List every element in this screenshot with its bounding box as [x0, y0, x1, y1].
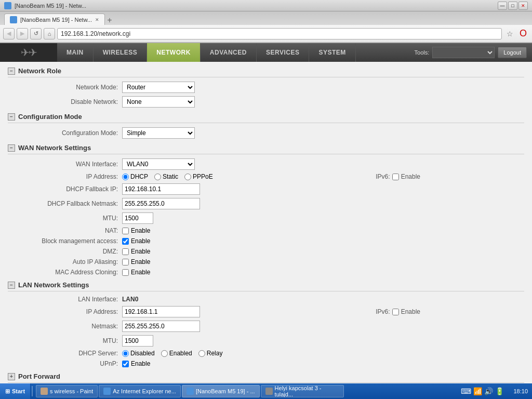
lan-ipv6-label: IPv6: — [376, 308, 390, 315]
tab-close-btn[interactable]: ✕ — [95, 17, 99, 22]
nat-checkbox[interactable] — [122, 228, 129, 234]
browser-tab-active[interactable]: [NanoBeam M5 19] - Netw... ✕ — [4, 14, 105, 25]
taskbar-item-network[interactable]: Helyi kapcsolat 3 - tulajd... — [261, 385, 344, 397]
network-role-collapse-icon[interactable]: − — [8, 68, 15, 75]
nat-enable-label: Enable — [131, 227, 150, 234]
config-mode-control: Simple Advanced — [122, 127, 195, 139]
pppoe-radio[interactable] — [184, 174, 191, 180]
mac-clone-checkbox[interactable] — [122, 269, 129, 276]
dhcp-fallback-ip-row: DHCP Fallback IP: — [8, 183, 524, 195]
upnp-checkbox[interactable] — [122, 361, 129, 367]
section-wan-settings: − WAN Network Settings WAN Interface: WL… — [8, 144, 524, 276]
taskbar-item-paint-label: s wireless - Paint — [50, 388, 93, 394]
dhcp-server-label: DHCP Server: — [18, 350, 122, 357]
config-mode-collapse-icon[interactable]: − — [8, 113, 15, 121]
lan-netmask-input[interactable] — [122, 321, 200, 332]
wan-mtu-input[interactable] — [122, 212, 153, 224]
lan-settings-collapse-icon[interactable]: − — [8, 282, 15, 289]
browser-close-btn[interactable]: ✕ — [518, 2, 528, 10]
logout-btn[interactable]: Logout — [498, 47, 527, 58]
auto-ip-label: Auto IP Aliasing: — [18, 258, 122, 265]
main-content: − Network Role Network Mode: Router Brid… — [0, 62, 532, 399]
port-forward-collapse-icon[interactable]: + — [8, 373, 15, 380]
dhcp-fallback-netmask-row: DHCP Fallback Netmask: — [8, 198, 524, 209]
lan-netmask-control — [122, 321, 200, 332]
lan-netmask-label: Netmask: — [18, 323, 122, 330]
lan-ip-input[interactable] — [122, 306, 200, 317]
taskbar-item-nanobeam[interactable]: [NanoBeam M5 19] - ... — [182, 385, 260, 397]
dhcp-relay-radio[interactable] — [198, 350, 205, 357]
upnp-control: Enable — [122, 360, 150, 367]
dmz-checkbox[interactable] — [122, 248, 129, 255]
browser-favicon — [4, 2, 11, 9]
dhcp-disabled-item: Disabled — [122, 350, 155, 357]
tab-main[interactable]: MAIN — [57, 43, 94, 62]
browser-minimize-btn[interactable]: — — [498, 2, 507, 10]
nanobeam-icon — [187, 388, 194, 395]
auto-ip-row: Auto IP Aliasing: Enable — [8, 258, 524, 265]
address-bar[interactable] — [57, 28, 502, 39]
dhcp-disabled-label: Disabled — [130, 350, 155, 357]
wan-ip-control: DHCP Static PPPoE — [122, 173, 213, 180]
wan-settings-header: − WAN Network Settings — [8, 144, 524, 154]
dhcp-enabled-radio[interactable] — [161, 350, 168, 357]
wan-interface-label: WAN Interface: — [18, 161, 122, 168]
taskbar-item-ie[interactable]: Az Internet Explorer ne... — [99, 385, 181, 397]
tab-services[interactable]: SERVICES — [257, 43, 309, 62]
forward-btn[interactable]: ▶ — [17, 28, 28, 39]
section-config-mode: − Configuration Mode Configuration Mode:… — [8, 113, 524, 139]
network-role-title: Network Role — [18, 67, 61, 75]
block-mgmt-checkbox[interactable] — [122, 238, 129, 245]
start-button[interactable]: ⊞ Start — [0, 383, 31, 399]
section-network-role: − Network Role Network Mode: Router Brid… — [8, 67, 524, 108]
tray-keyboard-icon: ⌨ — [461, 387, 471, 395]
auto-ip-checkbox[interactable] — [122, 259, 129, 265]
wan-interface-select[interactable]: WLAN0 LAN0 — [122, 158, 195, 170]
new-tab-btn[interactable]: + — [107, 16, 112, 25]
bookmark-star-icon[interactable]: ☆ — [504, 28, 515, 39]
tab-system[interactable]: SYSTEM — [309, 43, 355, 62]
tab-wireless[interactable]: WIRELESS — [94, 43, 148, 62]
browser-chrome: [NanoBeam M5 19] - Netw... — □ ✕ [NanoBe… — [0, 0, 532, 43]
dhcp-relay-label: Relay — [207, 350, 223, 357]
disable-network-select[interactable]: None WAN LAN — [122, 96, 195, 108]
dhcp-disabled-radio[interactable] — [122, 350, 129, 357]
tab-label: [NanoBeam M5 19] - Netw... — [20, 17, 92, 23]
tab-advanced[interactable]: ADVANCED — [201, 43, 257, 62]
home-btn[interactable]: ⌂ — [44, 28, 55, 39]
dhcp-fallback-netmask-input[interactable] — [122, 198, 200, 209]
auto-ip-checkbox-item: Enable — [122, 258, 150, 265]
browser-maximize-btn[interactable]: □ — [508, 2, 517, 10]
dhcp-fallback-ip-input[interactable] — [122, 183, 200, 195]
back-btn[interactable]: ◀ — [3, 28, 15, 39]
block-mgmt-enable-label: Enable — [131, 237, 150, 245]
tab-network[interactable]: NETWORK — [147, 43, 201, 62]
wan-ipv6-checkbox[interactable] — [392, 174, 399, 180]
lan-settings-title: LAN Network Settings — [18, 281, 89, 289]
lan-mtu-label: MTU: — [18, 337, 122, 344]
clock: 18:10 — [507, 388, 528, 394]
config-mode-select[interactable]: Simple Advanced — [122, 127, 195, 139]
browser-tab-bar: [NanoBeam M5 19] - Netw... ✕ + — [0, 11, 532, 25]
wan-mtu-control — [122, 212, 153, 224]
dhcp-relay-item: Relay — [198, 350, 223, 357]
dhcp-fallback-ip-label: DHCP Fallback IP: — [18, 185, 122, 193]
lan-ipv6-checkbox[interactable] — [392, 309, 399, 315]
wan-interface-control: WLAN0 LAN0 — [122, 158, 195, 170]
browser-menu-icon[interactable]: O — [517, 28, 529, 39]
wan-settings-collapse-icon[interactable]: − — [8, 144, 15, 152]
taskbar-right: ⌨ 📶 🔊 🔋 18:10 — [457, 387, 532, 395]
static-radio[interactable] — [154, 174, 161, 180]
taskbar: ⊞ Start s wireless - Paint Az Internet E… — [0, 383, 532, 399]
disable-network-control: None WAN LAN — [122, 96, 195, 108]
tools-select[interactable] — [432, 47, 495, 58]
disable-network-row: Disable Network: None WAN LAN — [8, 96, 524, 108]
lan-mtu-input[interactable] — [122, 335, 153, 347]
network-mode-select[interactable]: Router Bridge SOHO Router — [122, 82, 195, 93]
taskbar-item-paint[interactable]: s wireless - Paint — [36, 385, 98, 397]
dhcp-radio[interactable] — [122, 174, 129, 180]
reload-btn[interactable]: ↺ — [30, 28, 42, 39]
app-logo: ✈✈ — [0, 43, 57, 62]
sys-tray: ⌨ 📶 🔊 🔋 — [461, 387, 504, 395]
nat-control: Enable — [122, 227, 150, 234]
